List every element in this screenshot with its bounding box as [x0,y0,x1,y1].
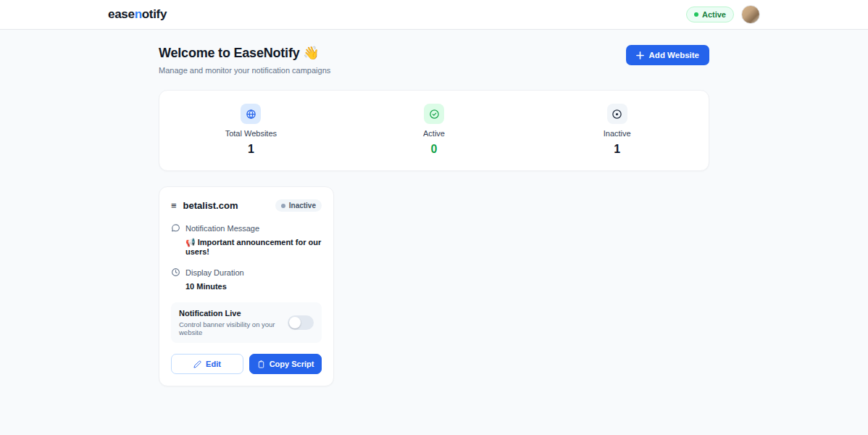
stat-value: 1 [248,143,254,156]
account-status-badge: Active [686,7,734,22]
notification-live-subtitle: Control banner visibility on your websit… [179,320,282,336]
site-status-badge: Inactive [275,199,322,212]
edit-button[interactable]: Edit [171,354,243,374]
globe-icon [241,104,261,124]
display-duration-field: Display Duration 10 Minutes [171,268,322,291]
logo-text-prefix: ease [108,7,135,21]
copy-script-label: Copy Script [270,360,314,368]
notification-message-field: Notification Message 📢 Important announc… [171,223,322,256]
status-badge-label: Active [702,10,726,19]
notification-message-label: Notification Message [185,224,259,233]
stat-value: 1 [614,143,620,156]
main-content: Welcome to EaseNotify 👋 Manage and monit… [159,30,709,386]
plus-icon [636,51,644,59]
notification-live-toggle[interactable] [288,315,314,330]
page-title: Welcome to EaseNotify 👋 [159,45,330,61]
stat-label: Active [423,129,445,138]
display-duration-label: Display Duration [185,268,244,277]
message-bubble-icon [171,223,180,233]
status-dot-icon [281,204,285,208]
logo-text-suffix: otify [142,7,167,21]
site-domain: betalist.com [183,200,269,211]
stat-active: Active 0 [343,104,526,156]
stat-label: Inactive [604,129,631,138]
notification-message-value: 📢 Important announcement for our users! [185,238,322,256]
toggle-knob [289,317,301,328]
welcome-section: Welcome to EaseNotify 👋 Manage and monit… [159,45,709,75]
website-card: ≡ betalist.com Inactive Notification Mes… [159,186,334,386]
site-status-label: Inactive [289,202,316,210]
notification-live-title: Notification Live [179,309,282,318]
status-dot-icon [694,12,698,17]
logo-text-accent: n [135,7,142,21]
clipboard-icon [257,360,265,368]
stat-total-websites: Total Websites 1 [159,104,343,156]
clock-icon [171,268,180,277]
add-website-button[interactable]: Add Website [626,45,709,65]
stat-value: 0 [431,143,438,156]
user-avatar[interactable] [741,5,760,24]
stat-label: Total Websites [225,129,277,138]
site-favicon-icon: ≡ [171,201,177,210]
app-logo[interactable]: easenotify [108,7,167,22]
pencil-icon [193,360,201,368]
stop-circle-icon [607,104,627,124]
top-navbar: easenotify Active [0,0,868,30]
edit-label: Edit [206,360,221,368]
stat-inactive: Inactive 1 [525,104,709,156]
notification-live-panel: Notification Live Control banner visibil… [171,302,322,343]
page-subtitle: Manage and monitor your notification cam… [159,66,330,75]
display-duration-value: 10 Minutes [185,282,322,291]
check-circle-icon [424,104,444,124]
stats-summary-card: Total Websites 1 Active 0 Inactive 1 [159,90,709,171]
add-website-label: Add Website [649,51,699,59]
copy-script-button[interactable]: Copy Script [249,354,322,374]
